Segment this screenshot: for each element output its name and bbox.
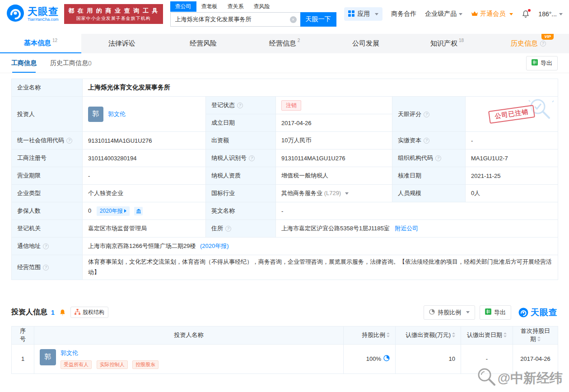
tab-history-info[interactable]: 历史信息 VIP — [488, 34, 569, 53]
clear-search-icon[interactable] — [290, 16, 297, 23]
field-label-text: 纳税人识别号 — [211, 154, 247, 161]
address-value: 上海市嘉定区沪宜公路5358号1层J1185室 — [281, 225, 390, 232]
search-tab-relation[interactable]: 查关系 — [223, 1, 249, 12]
tianyancha-logo[interactable]: 天眼查 TianYanCha.com — [6, 4, 59, 24]
investor-name-link[interactable]: 郭文伦 — [61, 350, 78, 356]
chevron-down-icon — [459, 13, 462, 15]
account-phone[interactable]: 186°... — [538, 10, 563, 18]
search-tab-risk[interactable]: 查风险 — [249, 1, 275, 12]
search-tab-boss[interactable]: 查老板 — [196, 1, 223, 12]
controlling-shareholder-tag[interactable]: 控股股东 — [132, 360, 159, 369]
nav-enterprise-label: 企业级产品 — [425, 10, 457, 17]
chevron-down-icon — [375, 13, 378, 15]
chevron-down-icon — [466, 311, 470, 313]
tab-basic-info[interactable]: 基本信息 12 — [0, 34, 81, 53]
tab-label: 历史信息 — [511, 39, 538, 48]
subtab-history-business-info[interactable]: 历史工商信息 0 — [50, 53, 92, 73]
notification-bell-icon[interactable] — [522, 10, 530, 18]
field-value: 2017-04-26 — [276, 114, 392, 132]
subtab-business-info[interactable]: 工商信息 — [11, 53, 37, 73]
social-security-icon[interactable] — [134, 207, 143, 215]
row-index: 1 — [12, 344, 34, 373]
beneficial-owner-tag[interactable]: 受益所有人 — [61, 360, 92, 369]
pie-icon — [429, 309, 435, 316]
sort-icon — [504, 332, 507, 339]
field-value: 嘉定区市场监督管理局 — [83, 220, 206, 238]
sort-icon — [387, 332, 390, 339]
col-holding-ratio[interactable]: 持股比例 — [344, 326, 396, 344]
field-label-text: 统一社会信用代码 — [17, 137, 64, 144]
annual-report-link[interactable]: (2020年报) — [200, 243, 229, 249]
help-icon[interactable] — [424, 112, 429, 117]
subscribe-bell-icon[interactable] — [59, 309, 66, 316]
slogan-line2: 国家中小企业发展子基金旗下机构 — [68, 15, 159, 22]
search-tab-company[interactable]: 查公司 — [170, 1, 196, 12]
investor-avatar[interactable]: 郭 — [40, 349, 56, 365]
help-icon[interactable] — [435, 155, 441, 161]
investors-title: 投资人信息 — [11, 308, 47, 317]
help-icon[interactable] — [540, 41, 546, 47]
help-icon[interactable] — [43, 265, 49, 271]
field-label: 企业类型 — [12, 185, 83, 202]
chevron-down-icon[interactable] — [345, 192, 349, 195]
field-label: 工商注册号 — [12, 149, 83, 167]
field-label: 核准日期 — [392, 167, 466, 185]
tab-label: 知识产权 — [430, 39, 457, 48]
help-icon[interactable] — [43, 243, 49, 249]
col-label: 持股比例 — [362, 331, 385, 338]
col-first-holding-date[interactable]: 首次持股日期 — [513, 326, 558, 344]
actual-controller-tag[interactable]: 实际控制人 — [97, 360, 128, 369]
subtab-count: 0 — [88, 60, 92, 67]
apps-grid-icon — [348, 10, 354, 18]
sort-icon — [537, 336, 541, 343]
col-subscribed-date[interactable]: 认缴出资日期 — [461, 326, 513, 344]
col-label: 认缴出资额(万元) — [406, 331, 451, 338]
tab-operating-info[interactable]: 经营信息 2 — [244, 34, 325, 53]
help-icon[interactable] — [66, 138, 72, 144]
nearby-companies-link[interactable]: 附近公司 — [395, 225, 418, 232]
annual-report-tag[interactable]: 2020年报 — [97, 206, 130, 216]
holding-ratio-cell: 100% — [344, 344, 396, 373]
annual-report-tag-label: 2020年报 — [100, 207, 123, 215]
pie-chart-icon[interactable] — [383, 355, 390, 363]
investor-name-link[interactable]: 郭文伦 — [108, 110, 126, 118]
investor-avatar[interactable]: 郭 — [88, 107, 103, 122]
search-tabs: 查公司 查老板 查关系 查风险 — [170, 1, 336, 12]
holding-ratio-filter[interactable]: 持股比例 — [424, 305, 475, 320]
tab-operating-risk[interactable]: 经营风险 — [163, 34, 244, 53]
col-subscribed-amount[interactable]: 认缴出资额(万元) — [396, 326, 461, 344]
field-label: 英文名称 — [206, 202, 276, 220]
help-icon[interactable] — [424, 138, 429, 144]
search-button[interactable]: 天眼一下 — [300, 12, 336, 27]
subscribed-date-value: - — [461, 344, 513, 373]
field-value: 上海市南京西路1266号恒隆广场二期29楼 (2020年报) — [83, 238, 558, 255]
tab-intellectual-property[interactable]: 知识产权 18 — [406, 34, 488, 53]
help-icon[interactable] — [237, 103, 243, 108]
field-label-text: 登记状态 — [211, 102, 235, 108]
nav-cooperation[interactable]: 商务合作 — [391, 10, 416, 18]
investors-table: 序号 投资人名称 持股比例 认缴出资额(万元) 认缴出资日期 首次持股日期 1 … — [11, 326, 558, 374]
col-investor-name: 投资人名称 — [34, 326, 344, 344]
nav-open-vip[interactable]: 开通会员 — [471, 10, 513, 18]
apps-menu[interactable]: 应用 — [344, 7, 382, 21]
subscribed-amount-value: 10 — [396, 344, 461, 373]
export-button[interactable]: 导出 — [526, 56, 558, 70]
vip-badge: VIP — [541, 34, 554, 40]
help-icon[interactable] — [225, 226, 231, 232]
field-value: 0人 — [466, 185, 558, 202]
tab-legal[interactable]: 法律诉讼 — [81, 34, 163, 53]
first-holding-date-value: 2017-04-26 — [513, 344, 558, 373]
field-label: 营业期限 — [12, 167, 83, 185]
subtab-label: 历史工商信息 — [50, 59, 88, 67]
field-label-text: 组织机构代码 — [398, 154, 433, 161]
equity-structure-button[interactable]: 股权结构 — [70, 307, 108, 318]
industry-value: 其他商务服务业 — [281, 190, 322, 196]
help-icon[interactable] — [249, 155, 255, 161]
slogan-badge: 都 在 用 的 商 业 查 询 工 具 国家中小企业发展子基金旗下机构 — [64, 4, 163, 24]
tab-company-development[interactable]: 公司发展 — [325, 34, 406, 53]
score-cell: 公司已注销 — [466, 97, 558, 132]
nav-enterprise[interactable]: 企业级产品 — [425, 10, 462, 18]
field-value: 个人独资企业 — [83, 185, 206, 202]
search-input[interactable] — [170, 12, 300, 27]
export-button[interactable]: 导出 — [480, 305, 511, 320]
